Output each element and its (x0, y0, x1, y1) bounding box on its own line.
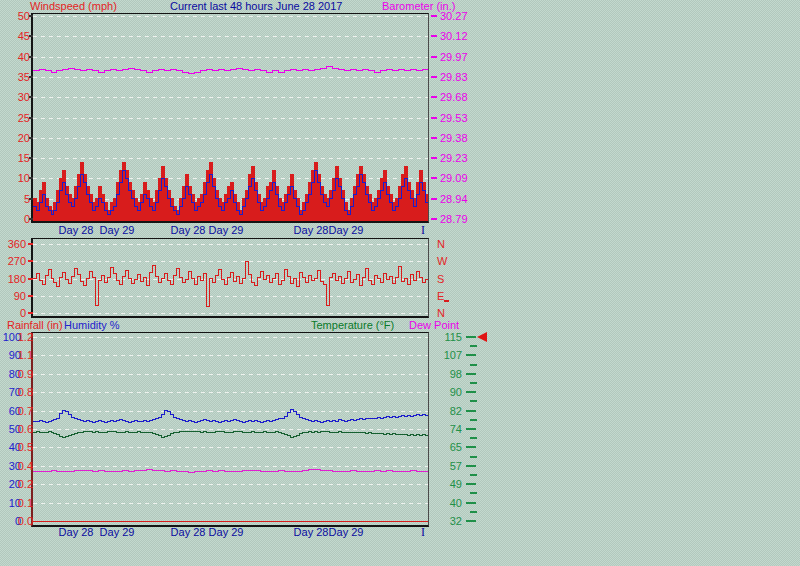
barometer-tick (431, 56, 437, 58)
temperature-tick-label: 82 (433, 405, 462, 417)
rainfall-tick-label: 0.2 (0, 478, 33, 490)
temperature-minor-tick (470, 456, 477, 458)
barometer-tick (431, 177, 437, 179)
dew-point (33, 469, 428, 472)
wind-direction-tick (28, 243, 33, 245)
wind-direction-chart (31, 238, 429, 318)
barometer-tick (431, 157, 437, 159)
windspeed-tick (29, 198, 33, 200)
windspeed-barometer-chart-canvas (33, 14, 428, 221)
temperature-tick (466, 465, 476, 467)
windspeed-tick-label: 45 (0, 30, 30, 42)
temp-axis-arrow-icon (477, 332, 487, 342)
rainfall-tick-label: 0.8 (0, 386, 33, 398)
windspeed-tick (29, 218, 33, 220)
axis-end-marker: I (421, 526, 425, 538)
barometer-tick-label: 28.94 (440, 193, 480, 205)
barometer-tick-label: 29.09 (440, 172, 480, 184)
day-label: Day 28 (294, 526, 329, 538)
wind-direction-tick (28, 295, 33, 297)
windspeed-tick (29, 96, 33, 98)
day-label: Day 29 (329, 224, 364, 236)
temperature-tick-label: 40 (433, 497, 462, 509)
temperature-tick-label: 98 (433, 368, 462, 380)
day-label: Day 29 (329, 526, 364, 538)
windspeed-tick-label: 10 (0, 172, 30, 184)
windspeed-barometer-chart (31, 13, 429, 223)
temperature-tick (466, 336, 476, 338)
barometer-tick (431, 117, 437, 119)
temperature-minor-tick (470, 345, 477, 347)
windspeed-tick-label: 0 (0, 213, 30, 225)
temperature-tick-label: 65 (433, 441, 462, 453)
barometer-tick (431, 35, 437, 37)
temperature-tick-label: 115 (433, 331, 462, 343)
rainfall-tick-label: 0.1 (0, 497, 33, 509)
temperature-tick (466, 373, 476, 375)
rainfall-tick-label: 1.1 (0, 349, 33, 361)
wind-direction-marker (444, 300, 449, 302)
compass-label: N (437, 238, 451, 250)
temperature-minor-tick (470, 419, 477, 421)
temperature-tick (466, 520, 476, 522)
day-label: Day 28 (171, 526, 206, 538)
wind-direction-tick-label: 180 (0, 273, 26, 285)
wind-direction-tick (28, 278, 33, 280)
windspeed-tick (29, 117, 33, 119)
temperature-tick (466, 410, 476, 412)
temperature-tick (466, 428, 476, 430)
day-label: Day 28 (59, 526, 94, 538)
day-label: Day 29 (100, 526, 135, 538)
windspeed-tick-label: 25 (0, 112, 30, 124)
barometer-tick (431, 96, 437, 98)
temperature (33, 431, 428, 437)
weather-graphs-window: Windspeed (mph) Current last 48 hours Ju… (0, 0, 800, 566)
humidity-temp-rain-chart-canvas (33, 333, 428, 525)
temperature-minor-tick (470, 474, 477, 476)
humidity-axis-title: Humidity % (64, 319, 120, 332)
windspeed-tick (29, 177, 33, 179)
windspeed-tick (29, 137, 33, 139)
temperature-tick (466, 446, 476, 448)
temperature-tick-label: 74 (433, 423, 462, 435)
barometer-tick (431, 218, 437, 220)
day-label: Day 28 (294, 224, 329, 236)
barometer-tick-label: 29.97 (440, 51, 480, 63)
windspeed-tick-label: 5 (0, 193, 30, 205)
temperature-tick (466, 354, 476, 356)
windspeed-tick-label: 30 (0, 91, 30, 103)
temperature-tick-label: 49 (433, 478, 462, 490)
temperature-minor-tick (470, 492, 477, 494)
wind-direction-tick-label: 90 (0, 290, 26, 302)
barometer-tick-label: 29.38 (440, 132, 480, 144)
temperature-minor-tick (470, 364, 477, 366)
barometer-tick-label: 28.79 (440, 213, 480, 225)
temperature-tick-label: 90 (433, 386, 462, 398)
temperature-axis-title: Temperature (°F) (311, 319, 394, 332)
windspeed-tick-label: 40 (0, 51, 30, 63)
wind-direction-chart-canvas (33, 239, 428, 316)
compass-label: S (437, 273, 451, 285)
temperature-tick (466, 483, 476, 485)
temperature-tick (466, 391, 476, 393)
barometer-tick-label: 30.12 (440, 30, 480, 42)
rainfall-tick-label: 0.4 (0, 460, 33, 472)
day-label: Day 28 (59, 224, 94, 236)
windspeed-tick-label: 20 (0, 132, 30, 144)
windspeed-tick (29, 56, 33, 58)
day-label: Day 28 (171, 224, 206, 236)
barometer-tick-label: 29.23 (440, 152, 480, 164)
barometer-tick-label: 29.83 (440, 71, 480, 83)
barometer-tick (431, 137, 437, 139)
rainfall-tick-label: 0.9 (0, 368, 33, 380)
temperature-tick-label: 32 (433, 515, 462, 527)
windspeed-tick-label: 15 (0, 152, 30, 164)
barometer-tick (431, 76, 437, 78)
temperature-tick-label: 57 (433, 460, 462, 472)
wind-direction-tick-label: 270 (0, 255, 26, 267)
barometer-tick-label: 30.27 (440, 10, 480, 22)
day-label: Day 29 (209, 526, 244, 538)
windspeed-axis-title: Windspeed (mph) (30, 0, 117, 13)
day-label: Day 29 (100, 224, 135, 236)
barometer-tick-label: 29.68 (440, 91, 480, 103)
